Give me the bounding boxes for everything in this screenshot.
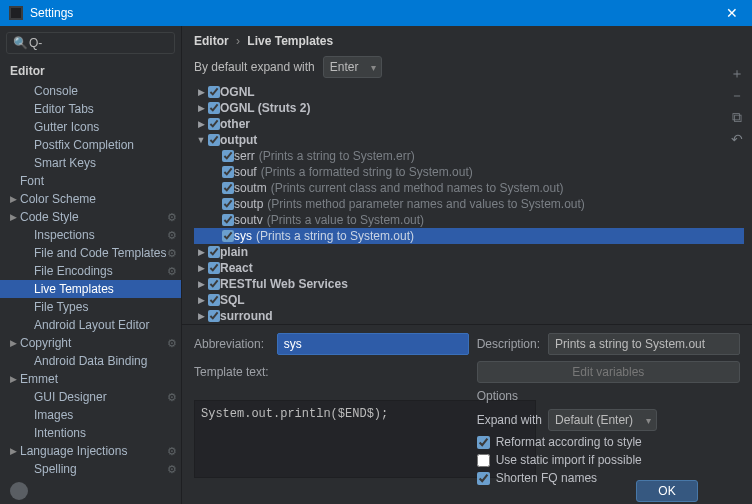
template-group[interactable]: RESTful Web Services	[194, 276, 744, 292]
expand-default-select[interactable]: Enter	[323, 56, 382, 78]
sidebar-item[interactable]: Inspections⚙	[0, 226, 181, 244]
sidebar-item[interactable]: Postfix Completion	[0, 136, 181, 154]
group-checkbox[interactable]	[208, 310, 220, 322]
template-group[interactable]: plain	[194, 244, 744, 260]
sidebar-item[interactable]: Android Data Binding	[0, 352, 181, 370]
template-checkbox[interactable]	[222, 166, 234, 178]
template-abbr: sys	[234, 229, 252, 243]
sidebar-item-label: Spelling	[34, 462, 77, 476]
group-checkbox[interactable]	[208, 86, 220, 98]
group-label: output	[220, 133, 257, 147]
sidebar-item[interactable]: Emmet	[0, 370, 181, 388]
template-abbr: soutp	[234, 197, 263, 211]
template-checkbox[interactable]	[222, 150, 234, 162]
remove-icon[interactable]: －	[728, 88, 746, 102]
sidebar-item[interactable]: Language Injections⚙	[0, 442, 181, 460]
sidebar-item[interactable]: Copyright⚙	[0, 334, 181, 352]
sidebar-item[interactable]: Android Layout Editor	[0, 316, 181, 334]
shorten-fq-checkbox[interactable]	[477, 472, 490, 485]
sidebar-item[interactable]: Color Scheme	[0, 190, 181, 208]
sidebar-item-label: Intentions	[34, 426, 86, 440]
template-item[interactable]: serr(Prints a string to System.err)	[194, 148, 744, 164]
copy-icon[interactable]: ⧉	[728, 110, 746, 124]
template-desc: (Prints a string to System.out)	[256, 229, 414, 243]
template-item[interactable]: soutp(Prints method parameter names and …	[194, 196, 744, 212]
reformat-checkbox[interactable]	[477, 436, 490, 449]
add-icon[interactable]: ＋	[728, 66, 746, 80]
sidebar-item[interactable]: Smart Keys	[0, 154, 181, 172]
chevron-icon	[194, 135, 208, 145]
group-label: other	[220, 117, 250, 131]
sidebar-item[interactable]: Gutter Icons	[0, 118, 181, 136]
close-icon[interactable]: ✕	[720, 5, 744, 21]
options-header: Options	[477, 389, 740, 403]
group-checkbox[interactable]	[208, 246, 220, 258]
sidebar-item[interactable]: Images	[0, 406, 181, 424]
group-checkbox[interactable]	[208, 278, 220, 290]
reformat-label: Reformat according to style	[496, 435, 642, 449]
search-box[interactable]: 🔍	[6, 32, 175, 54]
sidebar-item[interactable]: File and Code Templates⚙	[0, 244, 181, 262]
revert-icon[interactable]: ↶	[728, 132, 746, 146]
app-icon	[8, 5, 24, 21]
static-import-checkbox[interactable]	[477, 454, 490, 467]
sidebar-item-label: File Encodings	[34, 264, 113, 278]
sidebar-item[interactable]: Intentions	[0, 424, 181, 442]
group-checkbox[interactable]	[208, 262, 220, 274]
template-item[interactable]: soutv(Prints a value to System.out)	[194, 212, 744, 228]
template-item[interactable]: sys(Prints a string to System.out)	[194, 228, 744, 244]
template-group[interactable]: output	[194, 132, 744, 148]
template-group[interactable]: OGNL (Struts 2)	[194, 100, 744, 116]
template-checkbox[interactable]	[222, 182, 234, 194]
sidebar-item-label: File Types	[34, 300, 88, 314]
sidebar-item[interactable]: Spelling⚙	[0, 460, 181, 478]
ok-button[interactable]: OK	[636, 480, 698, 502]
template-checkbox[interactable]	[222, 198, 234, 210]
window-title: Settings	[30, 6, 720, 20]
template-item[interactable]: souf(Prints a formatted string to System…	[194, 164, 744, 180]
group-checkbox[interactable]	[208, 134, 220, 146]
template-item[interactable]: soutm(Prints current class and method na…	[194, 180, 744, 196]
breadcrumb-root: Editor	[194, 34, 229, 48]
sidebar-item-label: Gutter Icons	[34, 120, 99, 134]
sidebar-item[interactable]: File Types	[0, 298, 181, 316]
template-group[interactable]: React	[194, 260, 744, 276]
group-checkbox[interactable]	[208, 294, 220, 306]
sidebar-item-label: Images	[34, 408, 73, 422]
template-desc: (Prints a value to System.out)	[267, 213, 424, 227]
chevron-icon	[194, 103, 208, 113]
description-input[interactable]	[548, 333, 740, 355]
sidebar-item[interactable]: Editor Tabs	[0, 100, 181, 118]
sidebar-item[interactable]: Font	[0, 172, 181, 190]
group-checkbox[interactable]	[208, 118, 220, 130]
chevron-icon	[194, 119, 208, 129]
group-label: React	[220, 261, 253, 275]
expand-default-label: By default expand with	[194, 60, 315, 74]
shorten-fq-label: Shorten FQ names	[496, 471, 597, 485]
sidebar-item[interactable]: GUI Designer⚙	[0, 388, 181, 406]
group-label: OGNL	[220, 85, 255, 99]
template-desc: (Prints current class and method names t…	[271, 181, 564, 195]
sidebar-item[interactable]: Code Style⚙	[0, 208, 181, 226]
breadcrumb-sep: ›	[236, 34, 240, 48]
options-panel: Options Expand with Default (Enter) Refo…	[477, 389, 740, 485]
template-group[interactable]: SQL	[194, 292, 744, 308]
template-checkbox[interactable]	[222, 214, 234, 226]
group-checkbox[interactable]	[208, 102, 220, 114]
abbreviation-input[interactable]	[277, 333, 469, 355]
sidebar-item-label: Language Injections	[20, 444, 127, 458]
sidebar-item[interactable]: File Encodings⚙	[0, 262, 181, 280]
search-input[interactable]	[11, 36, 170, 50]
edit-variables-button[interactable]: Edit variables	[477, 361, 740, 383]
avatar-icon	[10, 482, 28, 500]
template-checkbox[interactable]	[222, 230, 234, 242]
chevron-right-icon	[10, 194, 20, 204]
sidebar-item-label: Live Templates	[34, 282, 114, 296]
sidebar-item[interactable]: Console	[0, 82, 181, 100]
expand-with-select[interactable]: Default (Enter)	[548, 409, 657, 431]
template-group[interactable]: OGNL	[194, 84, 744, 100]
sidebar-item[interactable]: Live Templates	[0, 280, 181, 298]
group-label: surround	[220, 309, 273, 323]
template-group[interactable]: other	[194, 116, 744, 132]
template-group[interactable]: surround	[194, 308, 744, 324]
